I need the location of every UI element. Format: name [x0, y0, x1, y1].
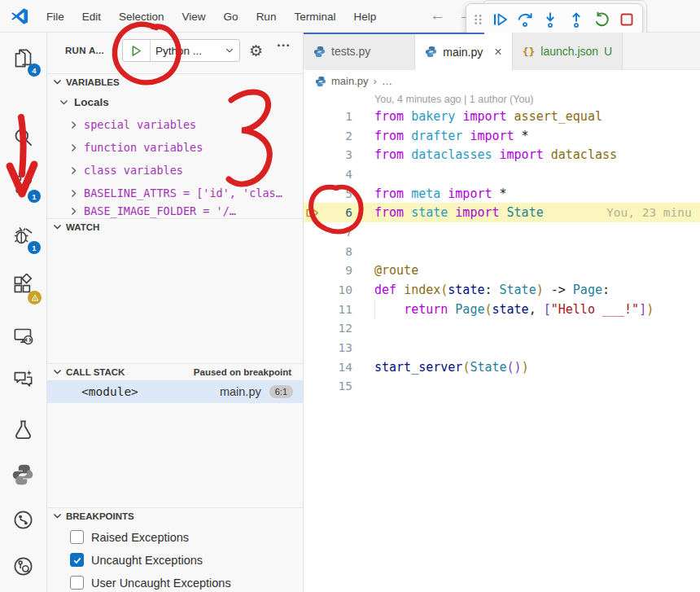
menu-item-edit[interactable]: Edit: [73, 7, 110, 27]
menu-item-terminal[interactable]: Terminal: [285, 7, 344, 27]
gutter[interactable]: [304, 280, 322, 300]
menu-item-selection[interactable]: Selection: [110, 7, 173, 27]
gutter[interactable]: [304, 338, 322, 357]
activity-search[interactable]: [0, 118, 46, 156]
tab-main-py[interactable]: main.py ×: [415, 33, 512, 71]
menu-item-go[interactable]: Go: [215, 7, 247, 27]
code-line-9[interactable]: 9@route: [304, 261, 700, 281]
variable-row[interactable]: function variables: [47, 137, 303, 158]
debug-stop-button[interactable]: [618, 10, 636, 29]
checkbox-uncaught-exceptions[interactable]: [70, 553, 84, 567]
paused-status: Paused on breakpoint: [194, 367, 291, 377]
breadcrumb-more[interactable]: …: [382, 75, 392, 87]
activity-python-environments[interactable]: [0, 501, 46, 538]
launch-config-dropdown[interactable]: Python ...: [122, 39, 240, 62]
chevron-down-icon: [52, 511, 63, 521]
code-line-1[interactable]: 1from bakery import assert_equal: [304, 107, 700, 126]
code-line-4[interactable]: 4: [304, 164, 700, 184]
breakpoint-current-line-icon[interactable]: [304, 203, 322, 222]
activity-python[interactable]: [0, 456, 46, 493]
variable-row[interactable]: special variables: [47, 114, 303, 135]
code-line-2[interactable]: 2from drafter import *: [304, 126, 700, 146]
variable-row[interactable]: BASELINE_ATTRS = ['id', 'clas…: [47, 182, 303, 204]
debug-continue-button[interactable]: [491, 10, 509, 29]
activity-testing[interactable]: [0, 410, 46, 448]
gutter[interactable]: [304, 164, 322, 184]
line-number: 6: [322, 206, 352, 219]
activity-run-and-debug[interactable]: 1: [0, 217, 46, 254]
code-line-14[interactable]: 14start_server(State()): [304, 357, 700, 377]
gutter[interactable]: [304, 222, 322, 242]
code-line-10[interactable]: 10def index(state: State) -> Page:: [304, 280, 700, 300]
code-line-7[interactable]: 7: [304, 222, 700, 242]
gitlens-codelens[interactable]: You, 4 minutes ago | 1 author (You): [374, 94, 534, 105]
debug-step-out-button[interactable]: [567, 10, 584, 29]
activity-bar: 4 1 1: [0, 33, 47, 592]
code-line-12[interactable]: 12: [304, 319, 700, 339]
call-stack-section-header[interactable]: CALL STACK Paused on breakpoint: [47, 363, 303, 379]
activity-extensions[interactable]: [0, 265, 46, 303]
gutter[interactable]: [304, 242, 322, 261]
source-control-badge: 1: [28, 190, 41, 203]
breadcrumb[interactable]: main.py › …: [304, 71, 700, 91]
gitlens-inline-blame: You, 23 minu: [606, 203, 692, 222]
activity-chat[interactable]: [0, 360, 46, 397]
sidebar-title: RUN A...: [65, 46, 104, 55]
gutter[interactable]: [304, 261, 322, 281]
debug-restart-button[interactable]: [593, 10, 610, 29]
menu-item-file[interactable]: File: [37, 7, 73, 27]
code-line-3[interactable]: 3from dataclasses import dataclass: [304, 145, 700, 164]
code-text: from meta import *: [374, 186, 507, 201]
scope-locals[interactable]: Locals: [47, 91, 303, 112]
gutter[interactable]: [304, 357, 322, 377]
more-actions-icon[interactable]: ···: [277, 37, 291, 54]
menu-item-help[interactable]: Help: [344, 7, 385, 27]
breakpoints-section-header[interactable]: BREAKPOINTS: [47, 507, 303, 524]
tab-launch-json[interactable]: {} launch.json U: [513, 33, 623, 70]
code-line-8[interactable]: 8: [304, 242, 700, 261]
gutter[interactable]: [304, 377, 322, 397]
gear-icon[interactable]: ⚙: [249, 42, 263, 60]
gutter[interactable]: [304, 184, 322, 204]
code-line-15[interactable]: 15: [304, 377, 700, 397]
checkbox-raised-exceptions[interactable]: [70, 530, 84, 544]
gutter[interactable]: [304, 319, 322, 339]
debug-step-into-button[interactable]: [541, 10, 559, 29]
gutter[interactable]: [304, 300, 322, 319]
tab-tests-py[interactable]: tests.py: [304, 33, 415, 70]
activity-source-control[interactable]: 1: [0, 165, 46, 203]
breadcrumb-file[interactable]: main.py: [331, 75, 369, 87]
menu-item-view[interactable]: View: [173, 7, 215, 27]
activity-source-control-graph[interactable]: [0, 547, 46, 585]
call-stack-frame-row[interactable]: <module> main.py 6:1: [47, 380, 303, 403]
frame-position-badge: 6:1: [269, 385, 293, 398]
toolbar-drag-handle[interactable]: [473, 11, 483, 28]
debug-step-over-button[interactable]: [516, 10, 534, 29]
menu-item-run[interactable]: Run: [247, 7, 286, 27]
breakpoint-row[interactable]: User Uncaught Exceptions: [47, 572, 303, 592]
code-line-11[interactable]: 11 return Page(state, ["Hello ___!"]): [304, 300, 700, 319]
close-icon[interactable]: ×: [494, 45, 501, 59]
start-debug-button[interactable]: [123, 40, 151, 61]
variable-row[interactable]: class variables: [47, 160, 303, 181]
checkbox-user-uncaught-exceptions[interactable]: [70, 576, 84, 590]
variables-section-header[interactable]: VARIABLES: [47, 73, 303, 90]
code-line-5[interactable]: 5from meta import *: [304, 184, 700, 204]
line-number: 13: [322, 341, 352, 354]
gutter[interactable]: [304, 145, 322, 164]
watch-section-header[interactable]: WATCH: [47, 218, 303, 235]
gutter[interactable]: [304, 107, 322, 126]
launch-config-name: Python ...: [151, 45, 207, 57]
frame-name: <module>: [81, 385, 138, 398]
activity-explorer[interactable]: 4: [0, 39, 46, 77]
breakpoint-row[interactable]: Raised Exceptions: [47, 526, 303, 548]
activity-remote-explorer[interactable]: [0, 318, 46, 355]
chevron-down-icon: [52, 77, 63, 87]
line-number: 11: [322, 303, 352, 316]
nav-back-icon[interactable]: ←: [430, 7, 445, 24]
gutter[interactable]: [304, 126, 322, 146]
breakpoint-row[interactable]: Uncaught Exceptions: [47, 549, 303, 571]
code-line-6[interactable]: 6from state import StateYou, 23 minu: [304, 203, 700, 222]
code-line-13[interactable]: 13: [304, 338, 700, 357]
variable-row[interactable]: BASE_IMAGE_FOLDER = '/…: [47, 204, 303, 218]
